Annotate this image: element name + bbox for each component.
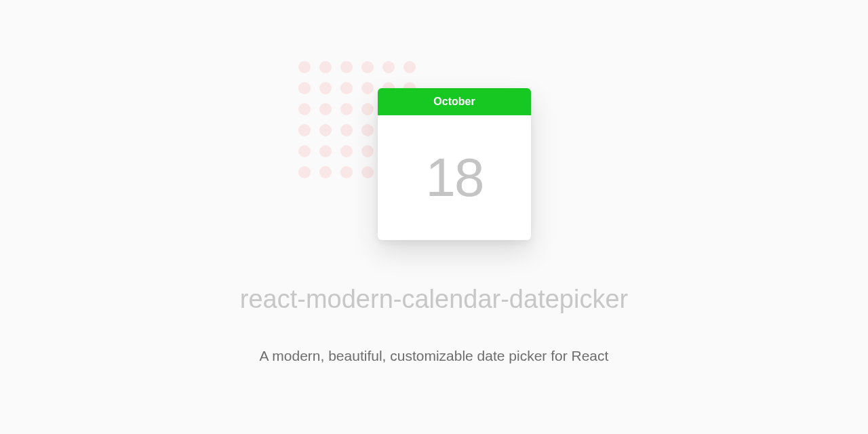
dot-icon [340,103,353,115]
dot-icon [319,103,332,115]
dot-icon [319,166,332,178]
dot-icon [340,145,353,157]
dot-icon [382,61,395,73]
dot-icon [298,145,311,157]
dot-icon [319,82,332,94]
calendar-icon: October 18 [378,88,531,240]
calendar-day-number: 18 [426,146,484,209]
page-subtitle: A modern, beautiful, customizable date p… [260,348,609,364]
dot-icon [340,124,353,136]
dot-icon [340,82,353,94]
dot-icon [361,124,374,136]
dot-icon [340,61,353,73]
dot-icon [319,124,332,136]
dot-icon [340,166,353,178]
calendar-body: 18 [378,115,531,240]
dot-icon [361,103,374,115]
calendar-month-label: October [433,96,475,108]
dot-icon [298,61,311,73]
dot-icon [319,145,332,157]
hero-illustration: October 18 [298,61,570,258]
dot-icon [361,82,374,94]
dot-icon [361,145,374,157]
dot-icon [298,82,311,94]
dot-icon [361,61,374,73]
page-title: react-modern-calendar-datepicker [240,285,628,314]
dot-icon [319,61,332,73]
dot-icon [298,166,311,178]
dot-icon [361,166,374,178]
dot-icon [403,61,416,73]
dot-icon [298,124,311,136]
calendar-header: October [378,88,531,115]
dot-icon [298,103,311,115]
